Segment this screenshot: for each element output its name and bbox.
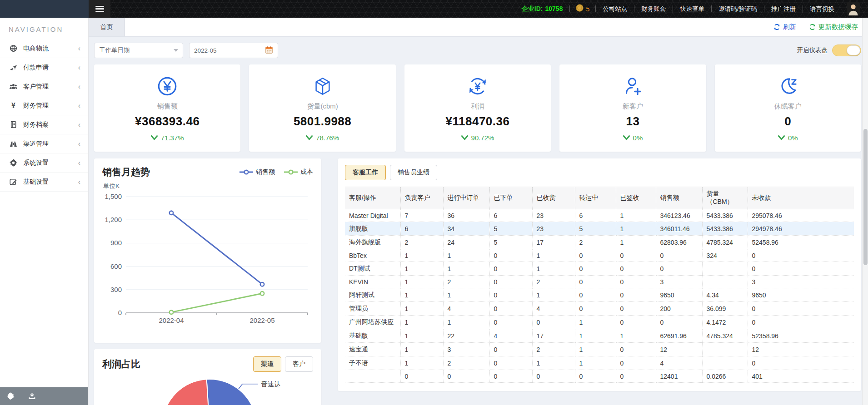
scrollbar-thumb[interactable] [863,129,868,265]
table-row[interactable]: 广州阿塔苏供应11001004.14720 [345,316,854,329]
column-header: 已签收 [616,187,656,209]
sidebar-item-label: 渠道管理 [23,140,49,148]
column-header: 转运中 [575,187,616,209]
table-cell: 0 [748,249,854,262]
sidebar-item-电商物流[interactable]: 电商物流‹ [0,39,88,58]
table-cell: 1 [400,262,443,276]
refresh-cache-icon [809,24,816,30]
sidebar-item-财务管理[interactable]: ¥财务管理‹ [0,96,88,115]
sidebar-item-客户管理[interactable]: 客户管理‹ [0,77,88,96]
column-header: 销售额 [656,187,702,209]
table-row[interactable]: 海外旗舰版2245172162803.964785.32452458.96 [345,236,854,249]
table-row[interactable]: 000000124010.0266401 [345,370,854,383]
table-row[interactable]: 管理员14040020036.0990 [345,302,854,316]
table-cell: 294978.46 [748,222,854,236]
table-cell: 1 [443,249,489,262]
sidebar-item-label: 财务档案 [23,121,49,129]
left-column: 销售月趋势 销售额成本 单位K 03006009001,2001,5002022… [94,158,321,405]
table-cell: 24 [443,236,489,249]
table-cell: 0 [489,302,532,316]
jets-icon [9,64,17,72]
sidebar-item-渠道管理[interactable]: 渠道管理‹ [0,134,88,153]
table-cell: 0 [575,249,616,262]
settings-gear-icon[interactable] [7,392,15,400]
notification-coin-button[interactable]: 5 [570,4,595,14]
table-row[interactable]: 阿轩测试11010096504.349650 [345,288,854,302]
topbar-menu-item[interactable]: 财务账套 [634,5,673,13]
topbar-menu-item[interactable]: 邀请码/验证码 [712,5,764,13]
table-cell: 0 [748,356,854,370]
sidebar-item-系统设置[interactable]: 系统设置‹ [0,153,88,173]
legend-marker-icon [239,169,253,175]
sidebar-item-付款申请[interactable]: 付款申请‹ [0,58,88,77]
content: 工作单日期 2022-05 开启仪表盘 销售额¥368393.4671.37%货… [89,37,868,405]
table-cell: 0 [489,249,532,262]
svg-text:0: 0 [118,309,122,316]
table-cell: 0 [575,276,616,288]
stat-card-label: 新客户 [623,102,643,111]
table-row[interactable]: KEVIN12020033 [345,276,854,288]
table-row[interactable]: 基础版1224171162691.964785.32452358.96 [345,329,854,343]
sidebar-item-基础设置[interactable]: 基础设置‹ [0,173,88,192]
download-icon[interactable] [28,392,36,400]
column-header: 货量（CBM） [702,187,748,209]
table-cell: 401 [748,370,854,383]
sidebar-toggle-button[interactable] [89,0,110,18]
table-row[interactable]: BbTex11010003240 [345,249,854,262]
update-cache-button[interactable]: 更新数据缓存 [809,23,858,31]
table-cell: 9650 [748,288,854,302]
users-icon [9,83,17,91]
legend-item-成本[interactable]: 成本 [284,168,313,176]
table-cell [702,343,748,356]
table-cell [702,262,748,276]
table-cell: 速宝通 [345,343,400,356]
table-cell: 0 [489,288,532,302]
legend-item-销售额[interactable]: 销售额 [239,168,275,176]
stat-card-value: ¥368393.46 [135,114,200,128]
user-plus-icon [622,76,643,97]
table-tab-客服工作[interactable]: 客服工作 [345,165,386,180]
topbar-menu-item[interactable]: 快速查单 [673,5,711,13]
profit-pie-chart: 音速达 [102,376,313,405]
table-cell: 3 [443,343,489,356]
table-row[interactable]: Master Digital73662361346123.465433.3862… [345,209,854,222]
vertical-scrollbar[interactable] [862,18,868,405]
topbar-menu-item[interactable]: 公司站点 [596,5,634,13]
refresh-button[interactable]: 刷新 [773,23,796,31]
month-picker-input[interactable]: 2022-05 [189,43,278,58]
user-avatar[interactable] [847,2,860,15]
stat-card-label: 销售额 [157,102,178,111]
tab-actions: 刷新 更新数据缓存 [773,18,868,36]
table-cell: 4 [489,329,532,343]
table-cell: 0 [532,316,575,329]
yen-icon: ¥ [9,102,17,110]
table-row[interactable]: 旗舰版63452351346011.465433.386294978.46 [345,222,854,236]
table-cell: 基础版 [345,329,400,343]
table-cell: 4 [532,302,575,316]
tab-bar: 首页 刷新 更新数据缓存 [89,18,868,37]
sidebar-item-label: 付款申请 [23,64,49,72]
pie-filter-button-渠道[interactable]: 渠道 [253,356,281,372]
sidebar-menu: 电商物流‹付款申请‹客户管理‹¥财务管理‹财务档案‹渠道管理‹系统设置‹基础设置… [0,39,88,192]
topbar-menu-item[interactable]: 推广注册 [764,5,803,13]
table-row[interactable]: 速宝通1302101212 [345,343,854,356]
dashboard-toggle[interactable] [832,44,861,56]
table-row[interactable]: DT测试11010000 [345,262,854,276]
table-tab-销售员业绩[interactable]: 销售员业绩 [390,165,437,180]
chevron-left-icon: ‹ [78,159,80,167]
stat-card-change: 0% [778,134,798,142]
svg-text:2022-04: 2022-04 [159,316,184,324]
sidebar-item-label: 客户管理 [23,83,49,91]
table-cell: 5433.386 [702,222,748,236]
sidebar-item-财务档案[interactable]: 财务档案‹ [0,115,88,134]
table-cell: 0 [656,316,702,329]
table-row[interactable]: 子不语12011040 [345,356,854,370]
topbar-menu-item[interactable]: 语言切换 [803,5,841,13]
tab-home[interactable]: 首页 [89,18,125,36]
table-cell: 0 [656,262,702,276]
pie-filter-button-客户[interactable]: 客户 [285,356,313,372]
date-type-select[interactable]: 工作单日期 [94,43,183,58]
column-header: 负责客户 [400,187,443,209]
column-header: 已下单 [489,187,532,209]
table-cell: 0 [616,356,656,370]
